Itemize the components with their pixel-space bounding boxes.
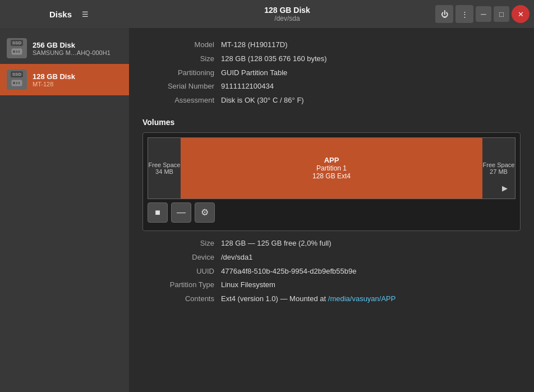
svg-rect-3 — [19, 50, 20, 53]
svg-rect-5 — [13, 82, 15, 84]
vol-uuid-label: UUID — [142, 266, 221, 278]
hamburger-button[interactable]: ☰ — [76, 5, 94, 23]
sidebar-item-128gb[interactable]: SSD 128 GB Disk MT-128 — [0, 64, 129, 95]
disk-svg-1 — [11, 46, 22, 57]
content: SSD 256 GB Disk SAMSUNG M…AHQ-000H1 SSD — [0, 28, 534, 392]
main-panel: Model MT-128 (H190117D) Size 128 GB (128… — [129, 28, 534, 392]
svg-rect-6 — [16, 82, 17, 84]
vol-size-value: 128 GB — 125 GB free (2,0% full) — [221, 238, 521, 250]
ssd-label-2: SSD — [11, 71, 23, 77]
disk-icon-256: SSD — [7, 38, 27, 58]
assessment-label: Assessment — [142, 95, 221, 107]
close-button[interactable]: ✕ — [512, 5, 530, 23]
minimize-button[interactable]: ─ — [476, 6, 491, 22]
volumes-title: Volumes — [142, 118, 521, 127]
stop-button[interactable]: ■ — [148, 202, 168, 223]
size-value: 128 GB (128 035 676 160 bytes) — [221, 53, 521, 65]
disk-name-256: 256 GB Disk — [33, 41, 122, 49]
titlebar-center: 128 GB Disk /dev/sda — [139, 6, 435, 22]
disk-model-256: SAMSUNG M…AHQ-000H1 — [33, 49, 122, 56]
disk-info-256: 256 GB Disk SAMSUNG M…AHQ-000H1 — [33, 41, 122, 56]
free-right-label: Free Space — [483, 162, 515, 168]
svg-rect-2 — [16, 50, 17, 53]
more-button[interactable]: ⋮ — [455, 5, 473, 23]
maximize-button[interactable]: □ — [494, 6, 509, 22]
gear-icon: ⚙ — [201, 207, 209, 218]
disk-model-128: MT-128 — [33, 81, 122, 87]
partition-bar: Free Space 34 MB APP Partition 1 128 GB … — [148, 137, 515, 199]
contents-prefix: Ext4 (version 1.0) — Mounted at — [221, 294, 328, 303]
model-value: MT-128 (H190117D) — [221, 39, 521, 51]
disk-info-128: 128 GB Disk MT-128 — [33, 72, 122, 87]
play-button-overlay: ▶ — [499, 183, 510, 194]
play-icon: ▶ — [502, 184, 508, 192]
power-icon: ⏻ — [441, 10, 448, 19]
assessment-value: Disk is OK (30° C / 86° F) — [221, 95, 521, 107]
sidebar: SSD 256 GB Disk SAMSUNG M…AHQ-000H1 SSD — [0, 28, 129, 392]
titlebar: Disks ☰ 128 GB Disk /dev/sda ⏻ ⋮ ─ □ ✕ — [0, 0, 534, 28]
vol-contents-label: Contents — [142, 293, 221, 305]
contents-link[interactable]: /media/vasuyan/APP — [328, 294, 396, 303]
maximize-icon: □ — [499, 10, 504, 19]
vol-partition-type-label: Partition Type — [142, 279, 221, 291]
vol-uuid-value: 4776a4f8-510b-425b-9954-d2b9efb55b9e — [221, 266, 521, 278]
disk-svg-2 — [11, 77, 22, 89]
serial-label: Serial Number — [142, 81, 221, 93]
close-icon: ✕ — [518, 10, 524, 19]
vol-partition-type-value: Linux Filesystem — [221, 279, 521, 291]
disk-title: 128 GB Disk — [264, 6, 310, 15]
vol-size-label: Size — [142, 238, 221, 250]
free-left-label: Free Space — [149, 162, 181, 168]
serial-value: 9111112100434 — [221, 81, 521, 93]
partition-main[interactable]: APP Partition 1 128 GB Ext4 — [181, 138, 482, 199]
size-label: Size — [142, 53, 221, 65]
vol-contents-value: Ext4 (version 1.0) — Mounted at /media/v… — [221, 293, 521, 305]
volume-toolbar: ■ — ⚙ — [148, 199, 515, 226]
disk-info-grid: Model MT-128 (H190117D) Size 128 GB (128… — [142, 39, 521, 107]
titlebar-left: Disks ☰ — [4, 5, 139, 23]
titlebar-right: ⏻ ⋮ ─ □ ✕ — [435, 5, 530, 23]
partition-size: 128 GB Ext4 — [312, 172, 351, 180]
vol-device-label: Device — [142, 252, 221, 264]
disk-icon-128: SSD — [7, 70, 27, 90]
partition-sub: Partition 1 — [316, 164, 347, 172]
remove-button[interactable]: — — [171, 202, 191, 223]
vol-device-value: /dev/sda1 — [221, 252, 521, 264]
partition-name: APP — [324, 156, 339, 164]
partitioning-value: GUID Partition Table — [221, 67, 521, 79]
minimize-icon: ─ — [481, 10, 486, 19]
svg-rect-7 — [19, 82, 20, 84]
partitioning-label: Partitioning — [142, 67, 221, 79]
sidebar-item-256gb[interactable]: SSD 256 GB Disk SAMSUNG M…AHQ-000H1 — [0, 33, 129, 64]
free-space-left[interactable]: Free Space 34 MB — [148, 138, 181, 199]
stop-icon: ■ — [155, 207, 160, 218]
disk-name-128: 128 GB Disk — [33, 72, 122, 81]
app-window: Disks ☰ 128 GB Disk /dev/sda ⏻ ⋮ ─ □ ✕ — [0, 0, 534, 392]
svg-rect-1 — [13, 50, 15, 53]
ssd-label-1: SSD — [11, 40, 23, 46]
free-left-size: 34 MB — [155, 168, 173, 175]
free-right-size: 27 MB — [490, 168, 508, 175]
power-button[interactable]: ⏻ — [435, 5, 453, 23]
volumes-container: Free Space 34 MB APP Partition 1 128 GB … — [142, 132, 521, 231]
volume-info-grid: Size 128 GB — 125 GB free (2,0% full) De… — [142, 238, 521, 305]
more-icon: ⋮ — [461, 10, 468, 19]
minus-icon: — — [177, 207, 186, 218]
settings-button[interactable]: ⚙ — [195, 202, 215, 223]
model-label: Model — [142, 39, 221, 51]
disk-subtitle: /dev/sda — [274, 15, 300, 22]
app-title: Disks — [49, 10, 72, 19]
hamburger-icon: ☰ — [82, 10, 89, 19]
